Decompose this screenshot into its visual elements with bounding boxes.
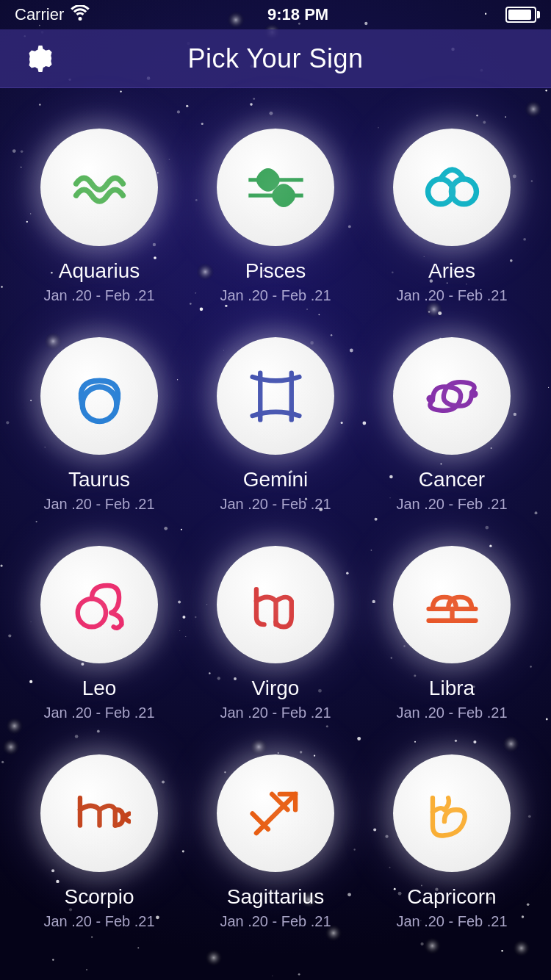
sign-circle-libra [393,546,511,663]
sign-circle-gemini [217,337,334,455]
sign-dates-gemini: Jan .20 - Feb .21 [220,496,331,513]
svg-point-9 [77,599,105,627]
header: Pick Your Sign [0,29,551,88]
sign-dates-taurus: Jan .20 - Feb .21 [43,496,154,513]
main-content: AquariusJan .20 - Feb .21 PiscesJan .20 … [0,88,551,974]
wifi-icon [70,5,90,25]
sign-name-taurus: Taurus [68,468,130,491]
sign-dates-capricorn: Jan .20 - Feb .21 [396,913,507,930]
svg-point-7 [426,394,434,403]
sign-dates-scorpio: Jan .20 - Feb .21 [43,913,154,930]
sign-name-virgo: Virgo [252,677,300,700]
sign-name-sagittarius: Sagittarius [227,885,324,909]
svg-line-14 [256,793,295,832]
page-title: Pick Your Sign [187,43,363,74]
signs-grid: AquariusJan .20 - Feb .21 PiscesJan .20 … [15,110,536,952]
sign-item-pisces[interactable]: PiscesJan .20 - Feb .21 [191,118,360,319]
clock: 9:18 PM [267,5,328,24]
sign-dates-sagittarius: Jan .20 - Feb .21 [220,913,331,930]
svg-line-15 [252,813,267,829]
sign-name-aquarius: Aquarius [59,259,140,283]
sign-item-aquarius[interactable]: AquariusJan .20 - Feb .21 [15,118,184,319]
sign-circle-cancer [393,337,511,455]
sign-name-cancer: Cancer [419,468,485,491]
sign-dates-leo: Jan .20 - Feb .21 [43,705,154,721]
sign-name-libra: Libra [429,677,475,700]
sign-dates-virgo: Jan .20 - Feb .21 [220,705,331,721]
sign-item-taurus[interactable]: TaurusJan .20 - Feb .21 [15,326,184,527]
sign-name-gemini: Gemini [243,468,309,491]
sign-circle-leo [40,546,158,663]
sign-circle-sagittarius [217,754,334,872]
sign-item-libra[interactable]: LibraJan .20 - Feb .21 [367,535,536,736]
svg-point-3 [451,179,476,203]
sign-item-virgo[interactable]: VirgoJan .20 - Feb .21 [191,535,360,736]
sign-circle-virgo [217,546,334,663]
sign-dates-pisces: Jan .20 - Feb .21 [220,287,331,304]
sign-circle-aquarius [40,129,158,246]
svg-point-2 [428,179,453,203]
sign-name-leo: Leo [82,677,117,700]
sign-circle-aries [393,129,511,246]
sign-name-pisces: Pisces [245,259,306,283]
carrier-label: Carrier [15,5,64,24]
sign-dates-libra: Jan .20 - Feb .21 [396,705,507,721]
sign-item-gemini[interactable]: GeminiJan .20 - Feb .21 [191,326,360,527]
sign-name-aries: Aries [428,259,475,283]
svg-point-8 [469,390,478,398]
sign-circle-pisces [217,129,334,246]
sign-circle-scorpio [40,754,158,872]
sign-item-scorpio[interactable]: ScorpioJan .20 - Feb .21 [15,743,184,945]
gear-icon [26,44,55,73]
sign-item-sagittarius[interactable]: SagittariusJan .20 - Feb .21 [191,743,360,945]
sign-item-leo[interactable]: LeoJan .20 - Feb .21 [15,535,184,736]
status-bar: Carrier 9:18 PM [0,0,551,29]
sign-circle-taurus [40,337,158,455]
sign-item-capricorn[interactable]: CapricornJan .20 - Feb .21 [367,743,536,945]
sign-dates-cancer: Jan .20 - Feb .21 [396,496,507,513]
sign-name-capricorn: Capricorn [407,885,496,909]
battery-icon [505,7,536,23]
status-left: Carrier [15,5,90,25]
sign-circle-capricorn [393,754,511,872]
sign-dates-aries: Jan .20 - Feb .21 [396,287,507,304]
svg-line-16 [272,793,287,809]
sign-name-scorpio: Scorpio [65,885,134,909]
sign-item-aries[interactable]: AriesJan .20 - Feb .21 [367,118,536,319]
settings-button[interactable] [22,40,59,77]
sign-dates-aquarius: Jan .20 - Feb .21 [43,287,154,304]
sign-item-cancer[interactable]: CancerJan .20 - Feb .21 [367,326,536,527]
svg-point-4 [82,386,117,421]
